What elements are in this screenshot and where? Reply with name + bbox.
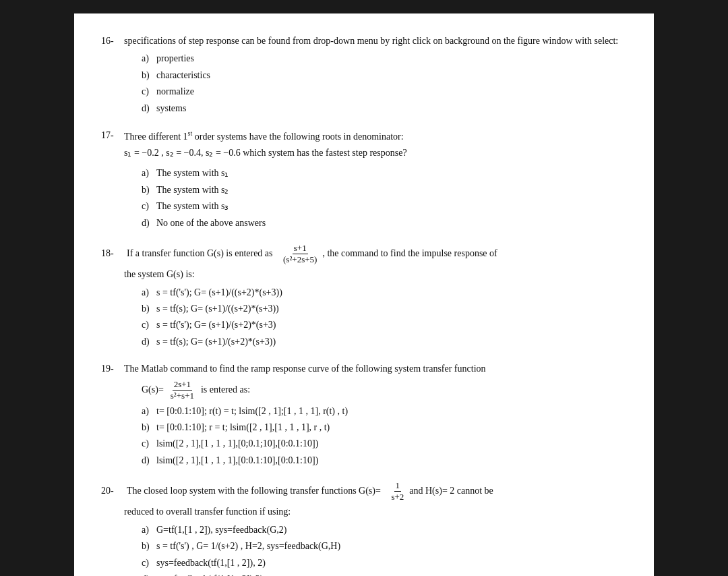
opt-text: sys=feedback(tf(1,[1 . 2]),2) <box>156 572 627 576</box>
q19-gs-suffix: is entered as: <box>201 382 250 397</box>
q17-title: 17- Three different 1st order systems ha… <box>101 128 627 163</box>
list-item: b) s = tf(s); G= (s+1)/((s+2)*(s+3)) <box>142 301 627 316</box>
opt-text: lsim([2 , 1],[1 , 1 , 1],[0;0.1;10],[0:0… <box>156 436 627 451</box>
list-item: a) properties <box>142 51 627 66</box>
opt-text: t= [0:0.1:10]; r(t) = t; lsim([2 , 1];[1… <box>156 404 627 419</box>
list-item: c) normalize <box>142 84 627 99</box>
opt-text: s = tf(s); G= (s+1)/((s+2)*(s+3)) <box>156 301 627 316</box>
list-item: a) The system with s₁ <box>142 166 627 181</box>
opt-text: No one of the above answers <box>156 216 627 231</box>
q19-gs-label: G(s)= <box>142 382 164 397</box>
question-16: 16- specifications of step response can … <box>101 34 627 116</box>
q20-text-after: and H(s)= 2 cannot be <box>409 484 493 498</box>
q18-text-before: If a transfer function G(s) is entered a… <box>127 246 273 261</box>
list-item: d) lsim([2 , 1],[1 , 1 , 1],[0:0.1:10],[… <box>142 453 627 468</box>
list-item: d) No one of the above answers <box>142 216 627 231</box>
list-item: c) sys=feedback(tf(1,[1 , 2]), 2) <box>142 556 627 571</box>
opt-text: properties <box>156 51 627 66</box>
opt-letter: a) <box>142 404 156 419</box>
q17-roots: s₁ = −0.2 , s₂ = −0.4, s₂ = −0.6 which s… <box>124 146 627 161</box>
list-item: b) s = tf('s') , G= 1/(s+2) , H=2, sys=f… <box>142 539 627 554</box>
q18-frac-num: s+1 <box>293 243 308 254</box>
q16-title: 16- specifications of step response can … <box>101 34 627 49</box>
q18-spacer <box>276 246 278 261</box>
q17-text: Three different 1st order systems have t… <box>124 128 627 163</box>
list-item: b) The system with s₂ <box>142 183 627 198</box>
q17-number: 17- <box>101 128 124 143</box>
question-18: 18- If a transfer function G(s) is enter… <box>101 243 627 349</box>
opt-letter: a) <box>142 51 156 66</box>
opt-letter: b) <box>142 68 156 83</box>
list-item: a) s = tf('s'); G= (s+1)/((s+2)*(s+3)) <box>142 285 627 300</box>
opt-letter: b) <box>142 539 156 554</box>
list-item: a) G=tf(1,[1 , 2]), sys=feedback(G,2) <box>142 523 627 538</box>
opt-letter: d) <box>142 335 156 349</box>
q20-line2: reduced to overall transfer function if … <box>124 505 627 519</box>
opt-text: systems <box>156 101 627 116</box>
q19-title: 19- The Matlab command to find the ramp … <box>101 362 627 376</box>
opt-letter: b) <box>142 183 156 198</box>
opt-letter: c) <box>142 318 156 333</box>
opt-text: The system with s₂ <box>156 183 627 198</box>
opt-letter: c) <box>142 436 156 451</box>
list-item: d) sys=feedback(tf(1,[1 . 2]),2) <box>142 572 627 576</box>
q18-number: 18- <box>101 246 124 261</box>
q20-frac-den: s+2 <box>390 492 405 502</box>
opt-letter: b) <box>142 420 156 435</box>
list-item: c) s = tf('s'); G= (s+1)/(s+2)*(s+3) <box>142 318 627 333</box>
q19-options: a) t= [0:0.1:10]; r(t) = t; lsim([2 , 1]… <box>142 404 627 469</box>
q20-fraction: 1 s+2 <box>390 480 405 502</box>
list-item: d) s = tf(s); G= (s+1)/(s+2)*(s+3)) <box>142 335 627 349</box>
q20-text-before: The closed loop system with the followin… <box>127 484 381 498</box>
opt-text: sys=feedback(tf(1,[1 , 2]), 2) <box>156 556 627 571</box>
opt-letter: d) <box>142 453 156 468</box>
opt-letter: d) <box>142 572 156 576</box>
opt-text: s = tf('s'); G= (s+1)/((s+2)*(s+3)) <box>156 285 627 300</box>
list-item: b) characteristics <box>142 68 627 83</box>
opt-letter: d) <box>142 101 156 116</box>
opt-text: G=tf(1,[1 , 2]), sys=feedback(G,2) <box>156 523 627 538</box>
q16-options: a) properties b) characteristics c) norm… <box>142 51 627 116</box>
opt-letter: c) <box>142 84 156 99</box>
q20-spacer <box>384 484 386 498</box>
q20-frac-num: 1 <box>394 480 402 492</box>
opt-text: The system with s₁ <box>156 166 627 181</box>
opt-letter: b) <box>142 301 156 316</box>
list-item: d) systems <box>142 101 627 116</box>
q20-options: a) G=tf(1,[1 , 2]), sys=feedback(G,2) b)… <box>142 523 627 576</box>
q19-gs-line: G(s)= 2s+1 s²+s+1 is entered as: <box>142 379 627 401</box>
opt-text: The system with s₃ <box>156 199 627 214</box>
opt-letter: a) <box>142 523 156 538</box>
opt-letter: d) <box>142 216 156 231</box>
q18-text-after: , the command to find the impulse respon… <box>322 246 497 261</box>
q18-fraction: s+1 (s²+2s+5) <box>282 243 318 264</box>
list-item: c) lsim([2 , 1],[1 , 1 , 1],[0;0.1;10],[… <box>142 436 627 451</box>
q19-text: The Matlab command to find the ramp resp… <box>124 362 627 376</box>
q20-number: 20- <box>101 484 124 498</box>
q19-fraction: 2s+1 s²+s+1 <box>169 379 195 401</box>
q16-text: specifications of step response can be f… <box>124 34 627 49</box>
q19-frac-num: 2s+1 <box>173 379 192 391</box>
opt-text: s = tf('s') , G= 1/(s+2) , H=2, sys=feed… <box>156 539 627 554</box>
opt-text: normalize <box>156 84 627 99</box>
q19-number: 19- <box>101 362 124 376</box>
page-container: 16- specifications of step response can … <box>74 13 654 576</box>
list-item: c) The system with s₃ <box>142 199 627 214</box>
q18-options: a) s = tf('s'); G= (s+1)/((s+2)*(s+3)) b… <box>142 285 627 350</box>
q18-line2: the system G(s) is: <box>124 267 627 282</box>
q20-title: 20- The closed loop system with the foll… <box>101 480 627 502</box>
list-item: a) t= [0:0.1:10]; r(t) = t; lsim([2 , 1]… <box>142 404 627 419</box>
question-20: 20- The closed loop system with the foll… <box>101 480 627 576</box>
question-19: 19- The Matlab command to find the ramp … <box>101 362 627 468</box>
q17-options: a) The system with s₁ b) The system with… <box>142 166 627 231</box>
question-17: 17- Three different 1st order systems ha… <box>101 128 627 231</box>
q18-frac-den: (s²+2s+5) <box>282 254 318 265</box>
opt-letter: a) <box>142 166 156 181</box>
opt-text: lsim([2 , 1],[1 , 1 , 1],[0:0.1:10],[0:0… <box>156 453 627 468</box>
q19-frac-den: s²+s+1 <box>169 391 195 401</box>
opt-text: t= [0:0.1:10]; r = t; lsim([2 , 1],[1 , … <box>156 420 627 435</box>
opt-text: s = tf(s); G= (s+1)/(s+2)*(s+3)) <box>156 335 627 349</box>
q16-number: 16- <box>101 34 124 49</box>
opt-text: s = tf('s'); G= (s+1)/(s+2)*(s+3) <box>156 318 627 333</box>
opt-letter: c) <box>142 556 156 571</box>
